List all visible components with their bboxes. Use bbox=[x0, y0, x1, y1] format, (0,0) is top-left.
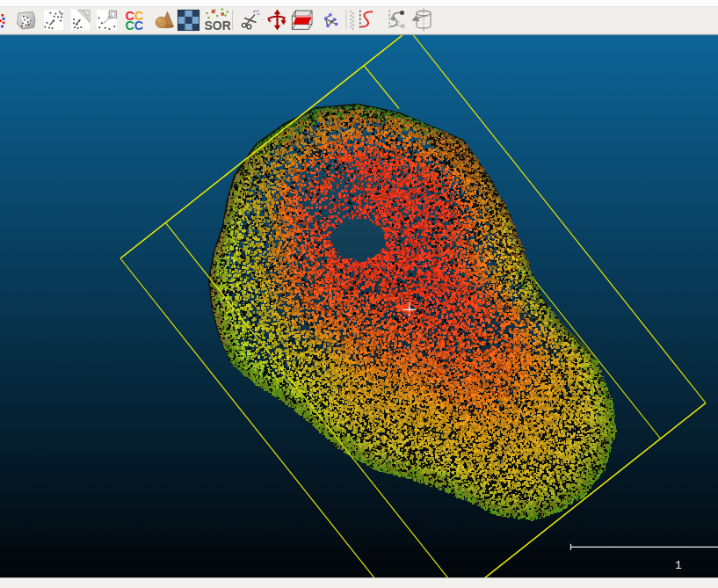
svg-text:1: 1 bbox=[675, 559, 682, 572]
svg-text:C: C bbox=[134, 18, 144, 33]
svg-text:SOR: SOR bbox=[205, 18, 231, 33]
